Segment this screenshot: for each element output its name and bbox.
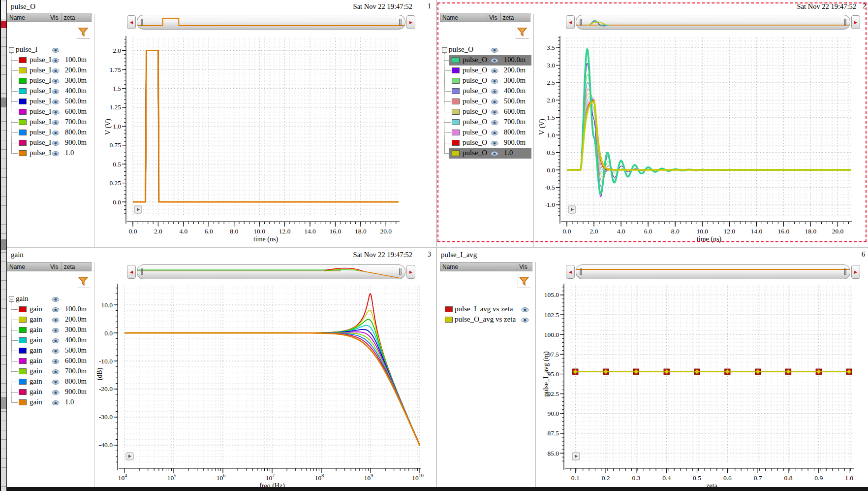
eye-icon[interactable]: [52, 109, 60, 115]
funnel-icon[interactable]: [77, 27, 89, 37]
scroll-right-icon[interactable]: ▶: [851, 265, 860, 279]
eye-icon[interactable]: [52, 400, 60, 406]
legend-plot-divider[interactable]: [533, 14, 534, 247]
plot-area[interactable]: 3.53.02.52.01.51.00.50.0-0.5-1.0V (V)0.0…: [534, 30, 866, 245]
eye-icon[interactable]: [52, 140, 60, 146]
collapse-icon[interactable]: [442, 47, 447, 53]
funnel-icon[interactable]: [77, 276, 89, 287]
play-button[interactable]: [568, 206, 576, 213]
eye-icon[interactable]: [52, 151, 60, 157]
legend-plot-divider[interactable]: [94, 14, 94, 247]
row-visibility[interactable]: [491, 67, 498, 73]
eye-icon[interactable]: [52, 68, 60, 74]
eye-icon[interactable]: [521, 317, 529, 323]
legend-header-name[interactable]: Name: [7, 262, 48, 271]
legend-row[interactable]: gain600.0m: [7, 356, 93, 366]
legend-header-name[interactable]: Name: [440, 13, 487, 22]
scroll-track[interactable]: [137, 264, 405, 279]
row-visibility[interactable]: [52, 140, 60, 146]
eye-icon[interactable]: [52, 120, 60, 126]
funnel-icon[interactable]: [518, 276, 530, 287]
legend-header-vis[interactable]: Vis: [48, 262, 62, 271]
eye-icon[interactable]: [491, 89, 498, 95]
legend-header-name[interactable]: Name: [7, 13, 48, 22]
row-visibility[interactable]: [521, 306, 529, 312]
eye-icon[interactable]: [52, 338, 60, 344]
legend-group-row[interactable]: pulse_I: [7, 45, 93, 55]
legend-row[interactable]: pulse_I400.0m: [7, 86, 93, 97]
group-visibility[interactable]: [52, 296, 60, 302]
row-visibility[interactable]: [52, 88, 60, 94]
eye-icon[interactable]: [491, 78, 498, 84]
scroll-track[interactable]: [576, 15, 850, 30]
pan-zoom-scrollbar[interactable]: ◀▶: [127, 264, 415, 279]
eye-icon[interactable]: [52, 369, 60, 375]
pan-zoom-scrollbar[interactable]: ◀▶: [566, 264, 860, 279]
eye-icon[interactable]: [52, 307, 60, 313]
collapse-icon[interactable]: [9, 296, 14, 302]
eye-icon[interactable]: [52, 317, 60, 323]
scroll-right-icon[interactable]: ▶: [406, 265, 415, 279]
plot-area[interactable]: 2.01.751.51.251.00.750.50.250.0V (V)0.02…: [96, 30, 436, 245]
eye-icon[interactable]: [52, 327, 60, 333]
eye-icon[interactable]: [491, 68, 498, 74]
row-visibility[interactable]: [52, 57, 60, 63]
legend-row[interactable]: pulse_O400.0m: [440, 86, 532, 97]
row-visibility[interactable]: [491, 88, 498, 94]
legend-row[interactable]: pulse_I_avg vs zeta: [440, 304, 534, 315]
row-visibility[interactable]: [52, 327, 60, 333]
legend-row[interactable]: pulse_O600.0m: [440, 107, 532, 117]
eye-icon[interactable]: [491, 140, 498, 146]
legend-row[interactable]: pulse_I500.0m: [7, 97, 93, 107]
eye-icon[interactable]: [52, 89, 60, 95]
legend-group-row[interactable]: gain: [7, 294, 93, 304]
eye-icon[interactable]: [52, 296, 60, 302]
legend-row[interactable]: pulse_I200.0m: [7, 65, 93, 76]
legend-row[interactable]: pulse_I700.0m: [7, 117, 93, 128]
play-button[interactable]: [134, 206, 142, 213]
eye-icon[interactable]: [491, 58, 498, 64]
panel-titlebar[interactable]: pulse_I_avg 6: [437, 248, 868, 262]
legend-row[interactable]: pulse_O800.0m: [440, 128, 532, 138]
legend-header-zeta[interactable]: zeta: [62, 13, 91, 22]
legend-row[interactable]: pulse_I300.0m: [7, 76, 93, 86]
eye-icon[interactable]: [491, 109, 498, 115]
row-visibility[interactable]: [52, 109, 60, 115]
collapse-icon[interactable]: [9, 47, 14, 53]
plot-area[interactable]: 105.0102.5100.097.595.092.590.087.585.0p…: [534, 279, 866, 487]
scroll-track[interactable]: [576, 264, 850, 279]
scroll-left-icon[interactable]: ◀: [127, 265, 136, 279]
scroll-right-icon[interactable]: ▶: [851, 15, 860, 29]
eye-icon[interactable]: [52, 379, 60, 385]
legend-row[interactable]: pulse_O1.0: [440, 148, 532, 159]
legend-row[interactable]: gain700.0m: [7, 366, 93, 377]
eye-icon[interactable]: [491, 120, 498, 126]
scroll-left-icon[interactable]: ◀: [566, 265, 575, 279]
play-button[interactable]: [126, 453, 133, 460]
row-visibility[interactable]: [52, 389, 60, 395]
group-visibility[interactable]: [52, 47, 60, 53]
legend-row[interactable]: pulse_I1.0: [7, 148, 93, 159]
row-visibility[interactable]: [491, 109, 498, 115]
legend-row[interactable]: gain800.0m: [7, 377, 93, 387]
legend-plot-divider[interactable]: [94, 262, 94, 487]
row-visibility[interactable]: [52, 78, 60, 84]
funnel-icon[interactable]: [516, 27, 528, 37]
eye-icon[interactable]: [52, 47, 60, 53]
eye-icon[interactable]: [491, 130, 498, 136]
row-visibility[interactable]: [52, 317, 60, 323]
legend-row[interactable]: pulse_I100.0m: [7, 55, 93, 65]
left-dock-strip[interactable]: [0, 0, 7, 491]
eye-icon[interactable]: [52, 130, 60, 136]
legend-row[interactable]: pulse_I900.0m: [7, 138, 93, 148]
group-visibility[interactable]: [491, 47, 498, 53]
scroll-left-icon[interactable]: ◀: [127, 15, 136, 29]
eye-icon[interactable]: [491, 151, 498, 157]
row-visibility[interactable]: [52, 399, 60, 405]
legend-header-vis[interactable]: Vis: [48, 13, 62, 22]
eye-icon[interactable]: [52, 348, 60, 354]
legend-row[interactable]: pulse_I800.0m: [7, 128, 93, 138]
legend-row[interactable]: pulse_I600.0m: [7, 107, 93, 117]
row-visibility[interactable]: [52, 98, 60, 104]
legend-row[interactable]: pulse_O300.0m: [440, 76, 532, 86]
